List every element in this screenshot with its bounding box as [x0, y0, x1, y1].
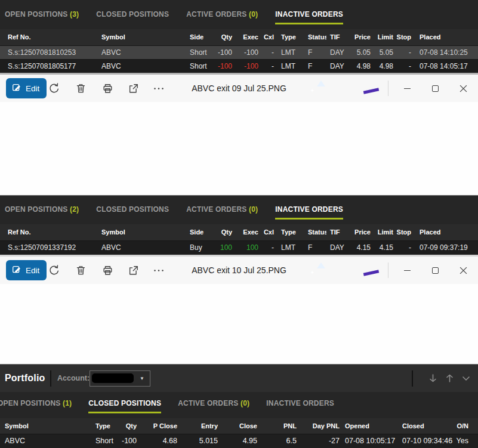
photos-ai-icon[interactable]: ✦ [309, 82, 321, 94]
tab-open-positions[interactable]: OPEN POSITIONS (2) [5, 205, 79, 220]
table-row[interactable]: S.s:12507081810253ABVCShort-100-100-LMTF… [0, 45, 478, 59]
tab-count: (1) [61, 399, 72, 407]
cell-close: 4.95 [220, 434, 259, 448]
tab-closed-positions[interactable]: CLOSED POSITIONS [96, 10, 169, 24]
rotate-icon[interactable] [44, 79, 63, 98]
col-header-qty: Qty [212, 224, 234, 240]
cell-stop: - [395, 45, 413, 59]
cell-qty: 100 [212, 240, 234, 255]
cell-opened: 07-08 10:05:17 [341, 434, 399, 448]
col-header-symbol: Symbol [95, 224, 185, 240]
cell-qty: -100 [119, 434, 138, 448]
share-icon[interactable] [124, 79, 143, 98]
delete-icon[interactable] [71, 79, 90, 98]
tab-label: CLOSED POSITIONS [96, 10, 169, 18]
edit-button-label: Edit [26, 266, 39, 275]
cell-placed: 07-09 09:37:19 [413, 240, 478, 255]
col-header-ref-no: Ref No. [0, 224, 95, 240]
close-button[interactable] [449, 75, 477, 102]
account-label: Account: [57, 364, 90, 392]
table-row[interactable]: ABVCShort-1004.685.0154.956.5-2707-08 10… [0, 434, 478, 448]
tab-inactive-orders[interactable]: INACTIVE ORDERS [275, 205, 343, 220]
tab-count: (3) [68, 10, 79, 18]
tab-label: OPEN POSITIONS [5, 10, 68, 18]
move-down-icon[interactable] [425, 372, 440, 385]
tab-closed-positions[interactable]: CLOSED POSITIONS [96, 205, 169, 220]
cell-p-close: 4.68 [138, 434, 179, 448]
portfolio-panel: Portfolio Account: ▼ OPEN POSITIONS (1)C… [0, 364, 478, 448]
account-select[interactable]: ▼ [90, 370, 150, 387]
cell-price: 4.15 [353, 240, 372, 255]
clipchamp-icon[interactable] [359, 264, 371, 276]
photo-content-area [0, 284, 478, 364]
tab-active-orders[interactable]: ACTIVE ORDERS (0) [186, 205, 258, 220]
minimize-button[interactable] [393, 75, 421, 102]
col-header-pnl: PNL [259, 418, 298, 434]
tab-active-orders[interactable]: ACTIVE ORDERS (0) [178, 399, 249, 413]
col-header-entry: Entry [179, 418, 220, 434]
designer-icon[interactable] [334, 82, 346, 94]
table-header-row: Ref No.SymbolSideQtyExecCxlTypeStatusTIF… [0, 29, 478, 45]
tab-open-positions[interactable]: OPEN POSITIONS (3) [5, 10, 79, 24]
tab-inactive-orders[interactable]: INACTIVE ORDERS [266, 399, 334, 413]
print-icon[interactable] [98, 261, 117, 280]
col-header-qty: Qty [119, 418, 138, 434]
maximize-button[interactable] [421, 75, 449, 102]
tab-active-orders[interactable]: ACTIVE ORDERS (0) [186, 10, 258, 24]
cell-o-n: Yes [453, 434, 478, 448]
edit-button[interactable]: Edit [6, 78, 47, 98]
share-icon[interactable] [124, 261, 143, 280]
cell-exec: -100 [234, 59, 260, 73]
col-header-type: Type [92, 418, 119, 434]
col-header-cxl: Cxl [260, 224, 276, 240]
minimize-button[interactable] [393, 257, 421, 284]
move-up-icon[interactable] [442, 372, 457, 385]
cell-placed: 07-08 14:05:17 [413, 59, 478, 73]
divider [50, 370, 51, 387]
col-header-limit: Limit [372, 224, 395, 240]
tab-open-positions[interactable]: OPEN POSITIONS (1) [0, 399, 72, 413]
col-header-type: Type [276, 29, 300, 45]
maximize-button[interactable] [421, 257, 449, 284]
table-row[interactable]: S.s:12507091337192ABVCBuy100100-LMTFDAY4… [0, 240, 478, 255]
col-header-closed: Closed [399, 418, 453, 434]
more-options-icon[interactable] [149, 79, 168, 98]
toolbar-divider [388, 262, 388, 278]
closed-positions-table: SymbolTypeQtyP CloseEntryClosePNLDay PNL… [0, 418, 478, 448]
cell-price: 5.05 [353, 45, 372, 59]
tab-label: OPEN POSITIONS [0, 399, 61, 407]
col-header-day-pnl: Day PNL [298, 418, 341, 434]
tab-count: (0) [246, 10, 258, 18]
clipchamp-icon[interactable] [359, 82, 371, 94]
cell-limit: 5.05 [372, 45, 395, 59]
col-header-price: Price [353, 224, 372, 240]
cell-qty: -100 [212, 59, 234, 73]
cell-type: LMT [276, 240, 300, 255]
edit-image-icon [12, 83, 21, 94]
photos-ai-icon[interactable]: ✦ [309, 264, 321, 276]
edit-button[interactable]: Edit [6, 260, 47, 280]
col-header-stop: Stop [395, 224, 413, 240]
tab-inactive-orders[interactable]: INACTIVE ORDERS [275, 10, 343, 24]
print-icon[interactable] [98, 79, 117, 98]
more-options-icon[interactable] [149, 261, 168, 280]
delete-icon[interactable] [71, 261, 90, 280]
inactive-orders-table-top: Ref No.SymbolSideQtyExecCxlTypeStatusTIF… [0, 29, 478, 73]
portfolio-title: Portfolio [5, 364, 45, 392]
col-header-o-n: O/N [453, 418, 478, 434]
cell-exec: -100 [234, 45, 260, 59]
cell-stop: - [395, 59, 413, 73]
designer-icon[interactable] [334, 264, 346, 276]
col-header-symbol: Symbol [0, 418, 92, 434]
rotate-icon[interactable] [44, 261, 63, 280]
cell-exec: 100 [234, 240, 260, 255]
table-row[interactable]: S.s:12507081805177ABVCShort-100-100-LMTF… [0, 59, 478, 73]
cell-type: LMT [276, 45, 300, 59]
close-button[interactable] [449, 257, 477, 284]
orders-tabbar-middle: OPEN POSITIONS (2)CLOSED POSITIONSACTIVE… [0, 196, 478, 220]
tab-closed-positions[interactable]: CLOSED POSITIONS [88, 399, 161, 413]
orders-tabbar-top: OPEN POSITIONS (3)CLOSED POSITIONSACTIVE… [0, 0, 478, 24]
collapse-chevron-icon[interactable] [458, 372, 474, 385]
cell-symbol: ABVC [0, 434, 92, 448]
col-header-symbol: Symbol [95, 29, 185, 45]
